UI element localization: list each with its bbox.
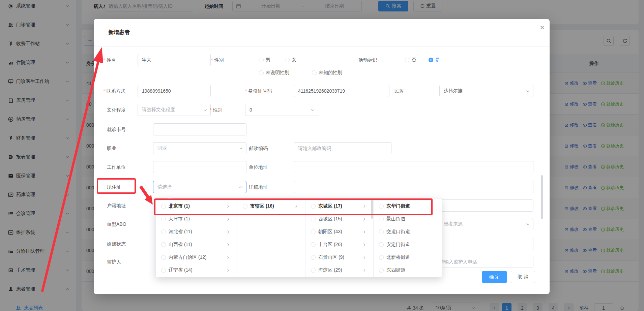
radio-icon [379,229,384,234]
add-patient-dialog: 新增患者 ✕ *姓名 *性别 男 女 活动标识 否 是 未说明性别 未知的性别 … [94,19,550,294]
cascader-option-label: 东华门街道 [386,203,410,209]
cascader-option[interactable]: 景山街道 [374,213,442,225]
id-number-input[interactable] [294,85,389,97]
active-flag-radio-no[interactable]: 否 [405,54,416,66]
chevron-right-icon [226,217,230,221]
cascader-option[interactable]: 朝阳区 (43) [305,225,373,238]
cascader-option[interactable]: 市辖区 (16) [237,200,305,213]
detail-addr-input[interactable] [294,181,533,193]
cascader-option[interactable]: 安定门街道 [374,238,442,251]
education-label: 文化程度 [107,104,126,116]
radio-icon [311,268,316,273]
gender-label: *性别 [211,54,224,66]
address-cascader-dropdown: 北京市 (1) 天津市 (1) 河北省 (11) 山西省 [155,198,442,277]
cancel-button[interactable]: 取 消 [511,271,535,283]
radio-icon [285,58,290,62]
cascader-option-label: 内蒙古自治区 (12) [169,254,207,260]
cascader-option-label: 北京市 (1) [169,203,190,209]
radio-icon [161,217,166,221]
contact-label: *联系方式 [103,85,125,97]
work-unit-input[interactable] [153,161,246,173]
cascader-city-column: 市辖区 (16) [237,198,305,277]
cascader-option[interactable]: 交道口街道 [374,225,442,238]
gender-radio-male[interactable]: 男 [259,54,270,66]
detail-addr-label: 详细地址 [249,181,268,193]
current-addr-cascader[interactable]: 请选择 [153,181,246,193]
cascader-option[interactable]: 辽宁省 (14) [156,264,237,277]
radio-icon [161,242,166,247]
cascader-option[interactable]: 内蒙古自治区 (12) [156,251,237,264]
cascader-option-label: 朝阳区 (43) [318,229,342,235]
active-flag-label: 活动标识 [358,54,377,66]
radio-icon [311,255,316,260]
chevron-up-icon [239,185,243,189]
divider [94,46,550,46]
gender-code-select[interactable]: 0 [245,104,318,116]
cascader-option[interactable]: 北新桥街道 [374,251,442,264]
cascader-option-label: 天津市 (1) [169,216,190,222]
chevron-right-icon [226,255,230,260]
cascader-option-label: 东四街道 [386,267,405,273]
cascader-option-label: 安定门街道 [386,242,410,248]
gender-code-label: *性别 [210,104,222,116]
contact-input[interactable] [138,85,211,97]
education-select[interactable]: 请选择文化程度 [138,104,211,116]
chevron-right-icon [226,230,230,234]
cascader-option-label: 辽宁省 (14) [169,267,193,273]
cascader-province-column: 北京市 (1) 天津市 (1) 河北省 (11) 山西省 [156,198,237,277]
cascader-option[interactable]: 东城区 (17) [305,200,373,213]
chevron-right-icon [226,204,230,209]
cascader-option[interactable]: 东华门街道 [374,200,442,213]
ethnicity-select[interactable]: 达斡尔族 [439,85,533,97]
patient-source-select[interactable]: 患者来源 [439,218,533,230]
cascader-option[interactable]: 海淀区 (29) [305,264,373,277]
confirm-button[interactable]: 确 定 [482,271,507,283]
radio-icon [311,204,316,209]
cascader-option[interactable]: 丰台区 (26) [305,238,373,251]
guardian-phone-input[interactable] [435,256,533,268]
radio-icon [379,217,384,221]
modal-scrollbar[interactable] [541,175,543,219]
active-flag-radio-yes[interactable]: 是 [429,54,440,66]
gender-radio-unknown[interactable]: 未知的性别 [312,67,342,79]
cascader-option[interactable]: 西城区 (15) [305,213,373,225]
cascader-option-label: 山西省 (11) [169,242,192,248]
cascader-option-label: 东城区 (17) [318,203,342,209]
cascader-option-label: 海淀区 (29) [318,267,342,273]
postal-label: 邮政编码 [249,142,268,154]
column-scrollbar[interactable] [371,200,373,219]
chevron-right-icon [294,204,298,209]
chevron-down-icon [526,89,530,93]
radio-icon [379,268,384,273]
work-addr-label: 单位地址 [249,161,268,173]
name-label: *姓名 [103,54,116,66]
postal-input[interactable] [294,142,391,154]
household-label: 户籍地址 [107,199,126,212]
radio-selected-icon [429,58,433,62]
radio-icon [379,204,384,209]
cascader-option[interactable]: 天津市 (1) [156,213,237,225]
chevron-right-icon [226,268,230,273]
marital-label: 婚姻状态 [107,238,126,250]
id-number-label: *身份证号码 [245,85,272,97]
work-addr-input[interactable] [294,161,533,173]
card-no-input[interactable] [153,123,246,135]
close-icon[interactable]: ✕ [537,23,547,32]
occupation-select[interactable]: 职业 [153,142,246,154]
radio-icon [312,70,317,75]
cascader-option-label: 北新桥街道 [386,254,410,260]
name-input[interactable] [138,54,211,66]
radio-icon [243,204,247,209]
cascader-option[interactable]: 山西省 (11) [156,238,237,251]
gender-radio-unspecified[interactable]: 未说明性别 [259,67,289,79]
cascader-option[interactable]: 东四街道 [374,264,442,277]
radio-icon [161,268,166,273]
cascader-option[interactable]: 北京市 (1) [156,200,237,213]
cascader-option[interactable]: 河北省 (11) [156,225,237,238]
chevron-right-icon [362,230,367,234]
chevron-right-icon [362,268,367,273]
gender-radio-female[interactable]: 女 [285,54,296,66]
cascader-option-label: 景山街道 [386,216,405,222]
cascader-option[interactable]: 石景山区 (9) [305,251,373,264]
chevron-right-icon [362,243,367,247]
